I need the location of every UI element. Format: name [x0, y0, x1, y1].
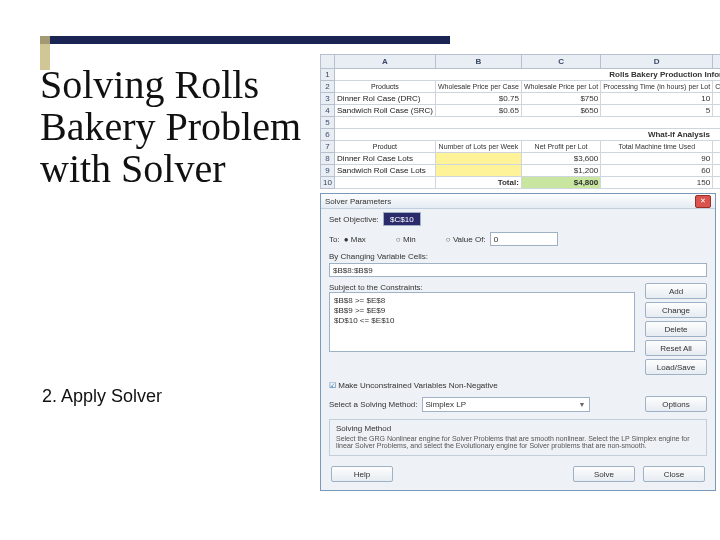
h2a: Product	[334, 141, 435, 153]
r3e: $250	[713, 93, 720, 105]
r8b	[435, 153, 521, 165]
r8e: 3	[713, 153, 720, 165]
nonneg-checkbox[interactable]: Make Unconstrained Variables Non-Negativ…	[329, 381, 498, 390]
row-10: 10	[321, 177, 335, 189]
r9b	[435, 165, 521, 177]
r3b: $0.75	[435, 93, 521, 105]
r8a: Dinner Rol Case Lots	[334, 153, 435, 165]
radio-valueof[interactable]: Value Of:	[446, 235, 486, 244]
row-8: 8	[321, 153, 335, 165]
method-select[interactable]: Simplex LP ▼	[422, 397, 590, 412]
accent-bar	[40, 36, 450, 44]
solve-button[interactable]: Solve	[573, 466, 635, 482]
col-D: D	[601, 55, 713, 69]
objective-input[interactable]: $C$10	[383, 212, 421, 226]
hd-c: Wholesale Price per Lot	[521, 81, 600, 93]
h2b: Number of Lots per Week	[435, 141, 521, 153]
group-body: Select the GRG Nonlinear engine for Solv…	[336, 435, 700, 449]
spreadsheet: A B C D E F G H 1 Rolls Bakery Productio…	[320, 54, 720, 189]
method-label: Select a Solving Method:	[329, 400, 418, 409]
load-save-button[interactable]: Load/Save	[645, 359, 707, 375]
corner	[321, 55, 335, 69]
group-title: Solving Method	[336, 424, 700, 433]
col-C: C	[521, 55, 600, 69]
r10c: $4,800	[521, 177, 600, 189]
constraint-1: $B$8 >= $E$8	[334, 296, 630, 306]
changing-cells-input[interactable]: $B$8:$B$9	[329, 263, 707, 277]
r10b: Total:	[435, 177, 521, 189]
slide-title: Solving Rolls Bakery Problem with Solver	[40, 64, 330, 190]
close-icon[interactable]: ✕	[695, 195, 711, 208]
method-value: Simplex LP	[426, 400, 466, 409]
subject-label: Subject to the Constraints:	[329, 283, 635, 292]
sheet-title: Rolls Bakery Production Information	[334, 69, 720, 81]
hd-products: Products	[334, 81, 435, 93]
hd-d: Processing Time (in hours) per Lot	[601, 81, 713, 93]
options-button[interactable]: Options	[645, 396, 707, 412]
whatif: What-If Analysis	[334, 129, 720, 141]
row-3: 3	[321, 93, 335, 105]
delete-button[interactable]: Delete	[645, 321, 707, 337]
col-A: A	[334, 55, 435, 69]
valueof-input[interactable]: 0	[490, 232, 558, 246]
r9c: $1,200	[521, 165, 600, 177]
solver-dialog: Solver Parameters ✕ Set Objective: $C$10…	[320, 193, 716, 491]
r10d: 150	[601, 177, 713, 189]
reset-button[interactable]: Reset All	[645, 340, 707, 356]
hd-b: Wholesale Price per Case	[435, 81, 521, 93]
hd-e: Cost of Raw Materials per Lot	[713, 81, 720, 93]
r10e: 150	[713, 177, 720, 189]
change-button[interactable]: Change	[645, 302, 707, 318]
h2e: Right hand side values	[713, 141, 720, 153]
dialog-titlebar: Solver Parameters ✕	[321, 194, 715, 209]
r9e: 4	[713, 165, 720, 177]
row-9: 9	[321, 165, 335, 177]
screenshot: A B C D E F G H 1 Rolls Bakery Productio…	[320, 54, 716, 524]
close-button[interactable]: Close	[643, 466, 705, 482]
r4d: 5	[601, 105, 713, 117]
r4a: Sandwich Roll Case (SRC)	[334, 105, 435, 117]
solving-method-group: Solving Method Select the GRG Nonlinear …	[329, 419, 707, 456]
row-1: 1	[321, 69, 335, 81]
constraint-2: $B$9 >= $E$9	[334, 306, 630, 316]
r3a: Dinner Rol Case (DRC)	[334, 93, 435, 105]
help-button[interactable]: Help	[331, 466, 393, 482]
dialog-title: Solver Parameters	[325, 197, 391, 206]
to-label: To:	[329, 235, 340, 244]
row-2: 2	[321, 81, 335, 93]
r4c: $650	[521, 105, 600, 117]
add-button[interactable]: Add	[645, 283, 707, 299]
radio-min[interactable]: Min	[396, 235, 416, 244]
by-changing-label: By Changing Variable Cells:	[329, 252, 707, 261]
row-5: 5	[321, 117, 335, 129]
col-E: E	[713, 55, 720, 69]
radio-max[interactable]: Max	[344, 235, 366, 244]
bullet-2: 2. Apply Solver	[42, 386, 162, 407]
r9a: Sandwich Roll Case Lots	[334, 165, 435, 177]
r9d: 60	[601, 165, 713, 177]
h2c: Net Profit per Lot	[521, 141, 600, 153]
constraints-list[interactable]: $B$8 >= $E$8 $B$9 >= $E$9 $D$10 <= $E$10	[329, 292, 635, 352]
set-objective-label: Set Objective:	[329, 215, 379, 224]
r4b: $0.65	[435, 105, 521, 117]
row-4: 4	[321, 105, 335, 117]
constraint-3: $D$10 <= $E$10	[334, 316, 630, 326]
col-B: B	[435, 55, 521, 69]
r4e: $250	[713, 105, 720, 117]
row-6: 6	[321, 129, 335, 141]
r3d: 10	[601, 93, 713, 105]
r8c: $3,600	[521, 153, 600, 165]
row-7: 7	[321, 141, 335, 153]
r3c: $750	[521, 93, 600, 105]
r8d: 90	[601, 153, 713, 165]
h2d: Total Machine time Used	[601, 141, 713, 153]
chevron-down-icon: ▼	[579, 401, 586, 408]
